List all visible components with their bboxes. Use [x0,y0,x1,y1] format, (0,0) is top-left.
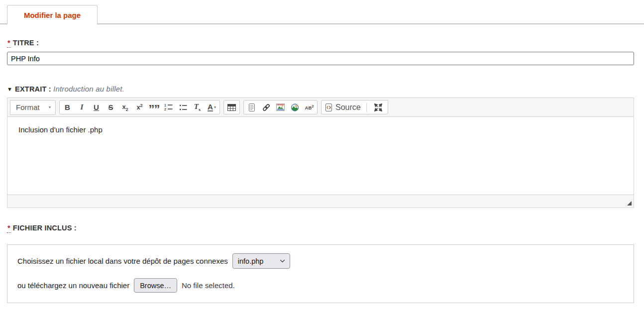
superscript-button[interactable]: x2 [132,101,147,114]
underline-button[interactable]: U [89,101,104,114]
source-button-group: Source [321,100,388,114]
strikethrough-button[interactable]: S [104,101,118,114]
maximize-button[interactable] [372,101,384,114]
page-content: *TITRE : ▼EXTRAIT : Introduction au bill… [7,39,634,303]
table-icon [227,104,236,111]
rich-text-editor: Format ▾ B I U S x2 x2 ”” 1 2 [7,98,634,208]
bold-icon: B [65,103,70,111]
insert-button-group: AB2 [243,100,318,114]
link-icon [262,104,271,111]
abbreviation-button[interactable]: AB2 [302,101,317,114]
included-file-box: Choisissez un fichier local dans votre d… [7,244,634,303]
italic-icon: I [81,103,84,111]
title-field-label: *TITRE : [7,39,634,48]
formatting-button-group: B I U S x2 x2 ”” 1 2 [59,100,220,114]
editor-content-area[interactable]: Inclusion d'un fichier .php [7,117,634,195]
title-input[interactable] [7,52,634,65]
bullet-list-button[interactable] [176,101,190,114]
maximize-icon [374,104,382,111]
toolbar-separator [366,103,367,112]
blockquote-icon: ”” [149,107,160,112]
local-file-select-value: info.php [238,257,264,265]
tab-bar: Modifier la page [0,0,644,24]
included-file-label: *FICHIER INCLUS : [7,224,634,233]
media-image-icon [276,104,285,111]
tab-label: Modifier la page [24,11,81,19]
insert-media-button[interactable] [273,101,288,114]
remove-format-button[interactable]: Tx [190,101,205,114]
resize-handle-icon[interactable] [627,201,632,206]
text-color-icon: A [208,103,213,111]
required-marker: * [7,39,11,48]
chevron-down-icon [280,259,285,263]
bullet-list-icon [179,104,187,111]
numbered-list-button[interactable]: 1 2 [161,101,176,114]
excerpt-hint: Introduction au billet. [53,85,124,93]
required-marker: * [7,224,11,233]
svg-text:2: 2 [164,107,166,111]
no-file-selected-text: No file selected. [182,281,235,290]
excerpt-label-text: EXTRAIT : [15,85,51,93]
page-link-icon [248,104,255,111]
bold-button[interactable]: B [60,101,75,114]
superscript-icon: x2 [136,103,142,111]
source-button[interactable]: Source [325,103,361,112]
editor-toolbar: Format ▾ B I U S x2 x2 ”” 1 2 [7,98,634,117]
tab-modifier-la-page[interactable]: Modifier la page [7,5,98,25]
local-file-row: Choisissez un fichier local dans votre d… [17,253,624,269]
abbreviation-icon: AB2 [305,104,314,110]
chevron-down-icon: ▾ [49,105,51,109]
insert-table-button[interactable] [224,101,239,114]
text-color-button[interactable]: A ▾ [205,101,219,114]
link-to-page-button[interactable] [244,101,259,114]
editor-statusbar [7,195,634,208]
collapse-arrow-icon[interactable]: ▼ [7,86,12,92]
source-button-label: Source [335,103,361,112]
local-file-select[interactable]: info.php [232,253,290,269]
included-file-label-text: FICHIER INCLUS : [13,224,77,232]
strikethrough-icon: S [108,103,113,111]
underline-icon: U [94,103,99,111]
subscript-icon: x2 [122,103,128,112]
subscript-button[interactable]: x2 [118,101,132,114]
blockquote-button[interactable]: ”” [147,101,161,114]
italic-button[interactable]: I [75,101,89,114]
upload-file-row: ou téléchargez un nouveau fichier Browse… [17,278,624,293]
image-icon [291,104,299,111]
excerpt-field-label: ▼EXTRAIT : Introduction au billet. [7,85,634,93]
local-file-text: Choisissez un fichier local dans votre d… [17,257,228,265]
chevron-down-icon: ▾ [214,105,216,109]
insert-image-button[interactable] [288,101,302,114]
title-label-text: TITRE : [13,39,39,47]
table-button-group [223,100,240,114]
format-dropdown[interactable]: Format ▾ [10,100,56,115]
remove-format-icon: Tx [194,103,201,112]
source-icon [325,104,332,111]
browse-button[interactable]: Browse… [134,278,177,293]
insert-link-button[interactable] [259,101,273,114]
upload-file-text: ou téléchargez un nouveau fichier [17,281,129,290]
svg-text:1: 1 [164,104,166,107]
format-dropdown-label: Format [16,103,40,111]
numbered-list-icon: 1 2 [164,104,173,111]
